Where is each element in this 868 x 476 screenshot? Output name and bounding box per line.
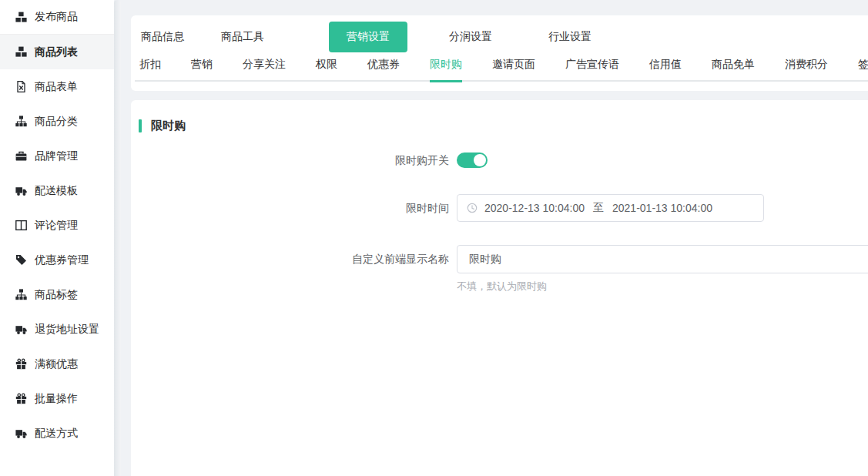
date-range-start: 2020-12-13 10:04:00: [484, 202, 585, 214]
sidebar-scrollbar[interactable]: [114, 0, 121, 476]
flash-sale-switch-row: 限时购开关: [131, 153, 868, 168]
toggle-knob: [474, 154, 486, 166]
tab-ad-slogan[interactable]: 广告宣传语: [565, 58, 619, 82]
tag-icon: [15, 254, 27, 266]
sidebar-item-product-tags[interactable]: 商品标签: [0, 277, 114, 312]
tab-product-tools[interactable]: 商品工具: [221, 30, 264, 44]
columns-icon: [15, 220, 27, 231]
sidebar-item-label: 商品列表: [35, 45, 78, 59]
custom-name-hint: 不填，默认为限时购: [457, 280, 868, 293]
sidebar-item-delivery-method[interactable]: 配送方式: [0, 416, 114, 451]
truck-icon: [15, 427, 27, 439]
flash-sale-toggle[interactable]: [457, 153, 488, 168]
sidebar-item-label: 批量操作: [35, 392, 78, 406]
tab-share-follow[interactable]: 分享关注: [243, 58, 286, 82]
sidebar-item-return-address-settings[interactable]: 退货地址设置: [0, 312, 114, 347]
sidebar-item-publish-product[interactable]: 发布商品: [0, 0, 114, 35]
tabs-card: 商品信息 商品工具 营销设置 分润设置 行业设置 折扣 营销 分享关注 权限 优…: [131, 15, 868, 91]
date-range-input[interactable]: 2020-12-13 10:04:00 至 2021-01-13 10:04:0…: [457, 194, 764, 222]
flash-sale-time-label: 限时时间: [131, 194, 449, 222]
sidebar-item-label: 商品表单: [35, 80, 78, 94]
sidebar-item-label: 满额优惠: [35, 357, 78, 371]
sidebar-item-coupon-management[interactable]: 优惠券管理: [0, 243, 114, 277]
cubes-icon: [15, 12, 27, 23]
custom-name-input[interactable]: [457, 245, 868, 273]
sidebar-item-batch-operations[interactable]: 批量操作: [0, 381, 114, 416]
date-range-separator: 至: [593, 201, 604, 215]
primary-tab-bar: 商品信息 商品工具 营销设置 分润设置 行业设置: [131, 18, 868, 55]
gift-icon: [15, 393, 27, 404]
tab-product-free[interactable]: 商品免单: [712, 58, 755, 82]
sidebar-item-label: 配送模板: [35, 184, 78, 198]
custom-name-label: 自定义前端显示名称: [131, 245, 449, 273]
tab-profit-settings[interactable]: 分润设置: [449, 30, 492, 44]
sidebar-item-label: 商品标签: [35, 288, 78, 302]
tab-marketing[interactable]: 营销: [191, 58, 213, 82]
flash-sale-time-row: 限时时间 2020-12-13 10:04:00 至 2021-01-13 10…: [131, 194, 868, 222]
tab-permissions[interactable]: 权限: [316, 58, 337, 82]
sitemap-icon: [15, 289, 27, 300]
date-range-end: 2021-01-13 10:04:00: [612, 202, 712, 214]
gift-icon: [15, 358, 27, 370]
sidebar-item-label: 评论管理: [35, 219, 78, 233]
clock-icon: [467, 203, 478, 213]
sidebar-item-full-amount-discount[interactable]: 满额优惠: [0, 347, 114, 381]
tab-coupon[interactable]: 优惠券: [367, 58, 400, 82]
tab-credit-value[interactable]: 信用值: [649, 58, 682, 82]
tab-discount[interactable]: 折扣: [139, 58, 161, 82]
sidebar-item-label: 优惠券管理: [35, 253, 89, 267]
cubes-icon: [15, 46, 27, 58]
truck-icon: [15, 185, 27, 196]
tab-industry-settings[interactable]: 行业设置: [548, 30, 592, 44]
secondary-tab-bar: 折扣 营销 分享关注 权限 优惠券 限时购 邀请页面 广告宣传语 信用值 商品免…: [135, 57, 868, 82]
tab-checkin[interactable]: 签到: [858, 58, 868, 82]
file-excel-icon: [15, 81, 27, 92]
sidebar: 发布商品 商品列表 商品表单 商品分类 品牌管理 配送模板 评论管理 优惠券管理…: [0, 0, 114, 476]
flash-sale-switch-label: 限时购开关: [131, 153, 449, 168]
section-title: 限时购: [131, 100, 868, 133]
sidebar-item-comment-management[interactable]: 评论管理: [0, 208, 114, 243]
sidebar-item-label: 退货地址设置: [35, 323, 99, 337]
sidebar-item-label: 商品分类: [35, 115, 78, 129]
tab-consumption-points[interactable]: 消费积分: [785, 58, 828, 82]
sidebar-item-label: 配送方式: [35, 427, 78, 441]
truck-icon: [15, 323, 27, 335]
sidebar-item-brand-management[interactable]: 品牌管理: [0, 139, 114, 173]
section-title-bar: [139, 119, 142, 132]
content-card: 限时购 限时购开关 限时时间 2020-12-13 10:04:00 至 202…: [131, 100, 868, 476]
tab-product-info[interactable]: 商品信息: [141, 30, 184, 44]
tab-marketing-settings[interactable]: 营销设置: [329, 22, 407, 52]
sidebar-item-delivery-template[interactable]: 配送模板: [0, 173, 114, 208]
sidebar-item-product-form[interactable]: 商品表单: [0, 69, 114, 104]
tab-flash-sale[interactable]: 限时购: [430, 58, 462, 82]
tab-invite-page[interactable]: 邀请页面: [492, 58, 535, 82]
sidebar-item-label: 品牌管理: [35, 149, 78, 163]
section-title-text: 限时购: [151, 119, 186, 133]
sitemap-icon: [15, 116, 27, 127]
sidebar-item-product-list[interactable]: 商品列表: [0, 35, 114, 69]
sidebar-item-label: 发布商品: [35, 10, 78, 24]
custom-name-row: 自定义前端显示名称: [131, 245, 868, 273]
sidebar-item-product-category[interactable]: 商品分类: [0, 104, 114, 139]
briefcase-icon: [15, 150, 27, 162]
